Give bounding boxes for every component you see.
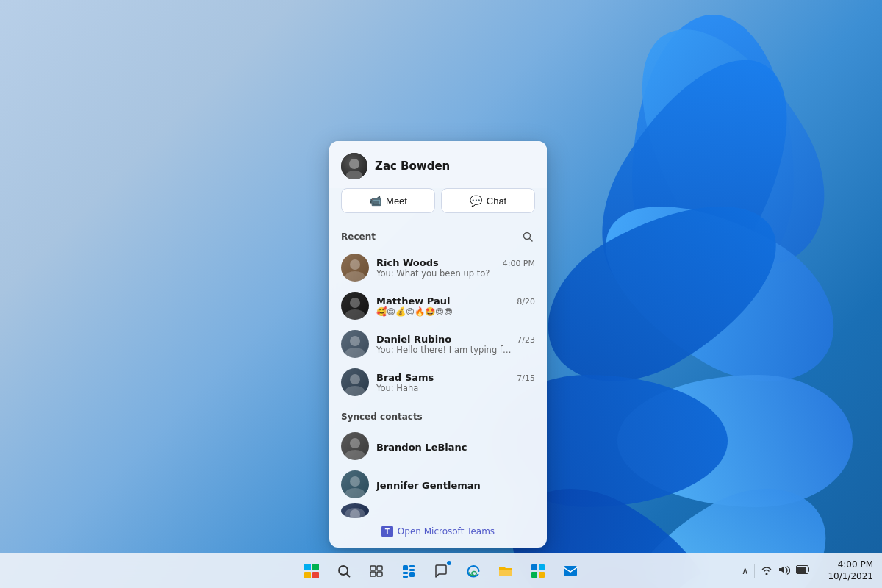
- svg-rect-8: [403, 565, 408, 570]
- open-teams-label: Open Microsoft Teams: [398, 526, 495, 537]
- contact-item[interactable]: Jennifer Gentleman: [335, 465, 541, 503]
- svg-rect-6: [370, 572, 376, 576]
- start-button[interactable]: [297, 556, 326, 586]
- svg-rect-15: [531, 564, 537, 570]
- contact-avatar-matthew-paul: [341, 292, 369, 320]
- svg-rect-21: [797, 567, 806, 573]
- search-button[interactable]: [329, 556, 359, 586]
- contact-item[interactable]: Matthew Paul 8/20 🥰😁💰😊🔥🤩😍😎: [335, 287, 541, 325]
- battery-icon[interactable]: [795, 564, 812, 578]
- svg-line-1: [530, 239, 533, 242]
- contact-info: Matthew Paul 8/20 🥰😁💰😊🔥🤩😍😎: [376, 295, 535, 317]
- tray-separator: [754, 564, 755, 578]
- teams-chat-popup: Zac Bowden 📹 Meet 💬 Chat Recent: [329, 141, 547, 548]
- task-view-button[interactable]: [362, 556, 391, 586]
- contact-info: Daniel Rubino 7/23 You: Hello there! I a…: [376, 334, 535, 355]
- contact-name: Brad Sams: [376, 372, 434, 383]
- contact-time: 4:00 PM: [503, 259, 535, 268]
- contact-time: 7/23: [517, 335, 535, 345]
- microsoft-store-button[interactable]: [523, 556, 553, 586]
- contact-avatar-jennifer-gentleman: [341, 470, 369, 498]
- synced-contacts-list: Brandon LeBlanc Jennifer Gentleman: [329, 427, 547, 518]
- meet-button[interactable]: 📹 Meet: [341, 188, 435, 213]
- svg-rect-5: [377, 566, 382, 570]
- contact-item[interactable]: Brandon LeBlanc: [335, 427, 541, 465]
- synced-section-header: Synced contacts: [329, 401, 547, 427]
- system-tray: ∧: [740, 559, 873, 582]
- clock-separator: [820, 564, 820, 578]
- svg-rect-18: [539, 572, 545, 578]
- contact-preview: You: What you been up to?: [376, 268, 512, 279]
- contact-preview: You: Haha: [376, 383, 512, 393]
- chat-button[interactable]: 💬 Chat: [441, 188, 535, 213]
- contact-name: Brandon LeBlanc: [376, 442, 467, 453]
- clock-date: 10/1/2021: [828, 571, 873, 583]
- svg-rect-19: [564, 566, 577, 576]
- contact-avatar-brad-sams: [341, 368, 369, 396]
- contact-name: Matthew Paul: [376, 295, 450, 306]
- contact-item[interactable]: Daniel Rubino 7/23 You: Hello there! I a…: [335, 325, 541, 363]
- user-name: Zac Bowden: [375, 159, 450, 173]
- video-icon: 📹: [369, 195, 381, 207]
- tray-chevron[interactable]: ∧: [740, 564, 750, 578]
- teams-logo-icon: T: [381, 526, 393, 537]
- chat-badge: [446, 560, 452, 566]
- chat-label: Chat: [487, 196, 506, 207]
- recent-contacts-list: Rich Woods 4:00 PM You: What you been up…: [329, 248, 547, 401]
- svg-rect-10: [409, 569, 415, 571]
- widgets-button[interactable]: [394, 556, 423, 586]
- contact-name: Jennifer Gentleman: [376, 480, 481, 491]
- contact-preview: You: Hello there! I am typing for a vide…: [376, 345, 512, 355]
- svg-rect-11: [403, 572, 408, 574]
- svg-rect-13: [409, 572, 415, 577]
- chat-icon: 💬: [470, 195, 482, 207]
- recent-section-header: Recent: [329, 223, 547, 248]
- wifi-icon[interactable]: [759, 563, 774, 578]
- mail-button[interactable]: [556, 556, 585, 586]
- svg-rect-4: [370, 566, 376, 570]
- tray-icons: ∧: [740, 563, 813, 578]
- contact-time: 7/15: [517, 373, 535, 383]
- action-buttons: 📹 Meet 💬 Chat: [329, 188, 547, 223]
- contact-avatar-brandon-leblanc: [341, 432, 369, 460]
- popup-header: Zac Bowden: [329, 141, 547, 188]
- clock[interactable]: 4:00 PM 10/1/2021: [828, 559, 873, 582]
- contact-info: Jennifer Gentleman: [376, 478, 535, 492]
- avatar: [341, 153, 368, 179]
- contact-item[interactable]: Brad Sams 7/15 You: Haha: [335, 363, 541, 401]
- contact-preview: 🥰😁💰😊🔥🤩😍😎: [376, 306, 512, 317]
- open-teams-button[interactable]: T Open Microsoft Teams: [329, 518, 547, 548]
- contact-name: Rich Woods: [376, 257, 439, 268]
- contact-name: Daniel Rubino: [376, 334, 451, 345]
- svg-rect-9: [409, 565, 415, 567]
- taskbar-center-icons: [297, 556, 585, 586]
- contact-time: 8/20: [517, 297, 535, 306]
- edge-button[interactable]: [459, 556, 488, 586]
- contact-item-partial[interactable]: [335, 503, 541, 518]
- svg-rect-14: [499, 570, 512, 576]
- contact-avatar-daniel-rubino: [341, 330, 369, 358]
- contact-info: Brad Sams 7/15 You: Haha: [376, 372, 535, 393]
- desktop: Zac Bowden 📹 Meet 💬 Chat Recent: [0, 0, 882, 588]
- contact-info: Brandon LeBlanc: [376, 440, 535, 453]
- svg-rect-16: [539, 564, 545, 570]
- svg-rect-12: [403, 576, 408, 578]
- contact-info: Rich Woods 4:00 PM You: What you been up…: [376, 257, 535, 279]
- file-explorer-button[interactable]: [491, 556, 520, 586]
- clock-time: 4:00 PM: [828, 559, 873, 571]
- taskbar: ∧: [0, 553, 882, 588]
- contact-avatar-rich-woods: [341, 254, 369, 282]
- svg-rect-7: [377, 572, 382, 576]
- svg-line-3: [347, 573, 350, 576]
- meet-label: Meet: [386, 196, 407, 207]
- recent-title: Recent: [341, 232, 376, 242]
- synced-title: Synced contacts: [341, 412, 423, 422]
- volume-icon[interactable]: [777, 563, 792, 578]
- svg-rect-17: [531, 572, 537, 578]
- contact-item[interactable]: Rich Woods 4:00 PM You: What you been up…: [335, 248, 541, 287]
- chat-taskbar-button[interactable]: [426, 556, 456, 586]
- search-recent-button[interactable]: [520, 229, 535, 244]
